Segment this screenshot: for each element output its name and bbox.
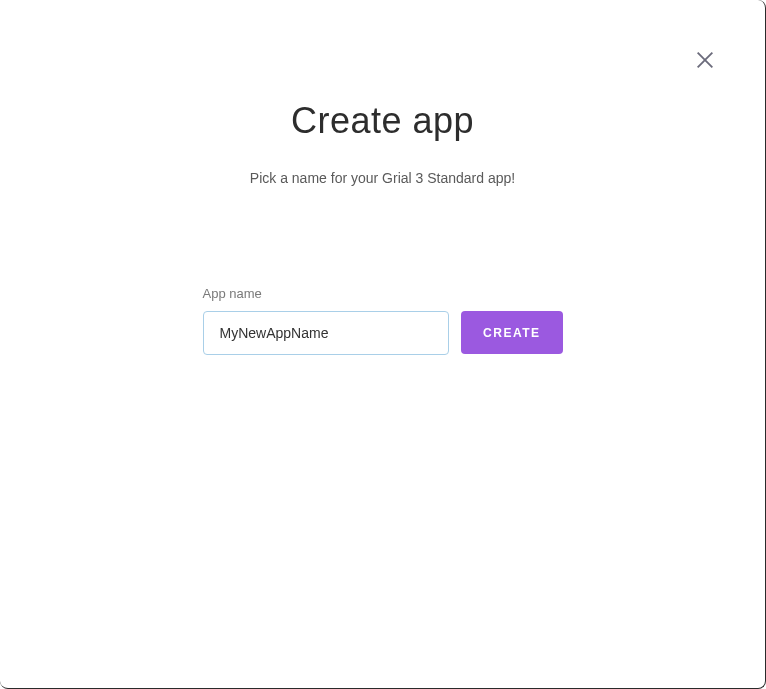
- close-icon: [694, 49, 716, 71]
- input-row: Create: [203, 311, 563, 355]
- app-name-label: App name: [203, 286, 262, 301]
- app-name-input[interactable]: [203, 311, 450, 355]
- create-app-dialog: Create app Pick a name for your Grial 3 …: [0, 0, 766, 689]
- create-button[interactable]: Create: [461, 311, 562, 354]
- create-app-form: App name Create: [203, 286, 563, 355]
- close-button[interactable]: [693, 48, 717, 72]
- dialog-title: Create app: [0, 100, 765, 142]
- dialog-subtitle: Pick a name for your Grial 3 Standard ap…: [0, 170, 765, 186]
